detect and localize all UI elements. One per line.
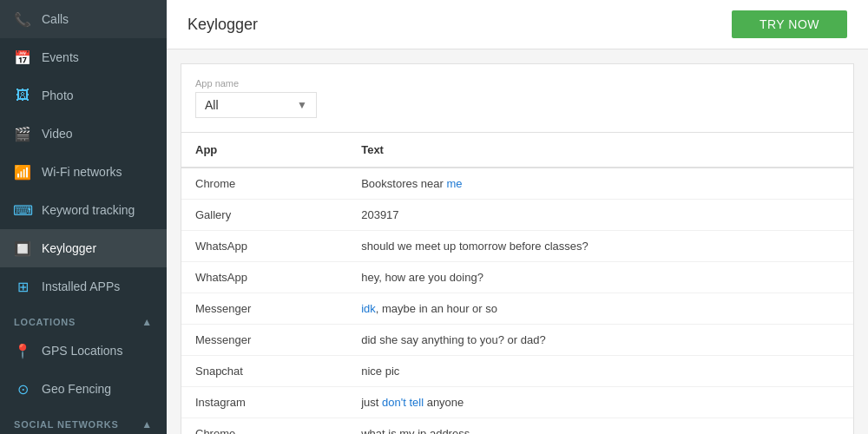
highlight-text: idk (361, 302, 376, 315)
sidebar-item-wifi[interactable]: 📶 Wi-Fi networks (0, 153, 167, 191)
keylogger-icon: 🔲 (14, 240, 31, 257)
section-header-social[interactable]: SOCIAL NETWORKS ▲ (0, 408, 167, 434)
sidebar-item-geo[interactable]: ⊙ Geo Fencing (0, 370, 167, 408)
table-row: Chromewhat is my ip address (181, 418, 853, 435)
sidebar-item-installed[interactable]: ⊞ Installed APPs (0, 267, 167, 306)
cell-app: Messenger (181, 293, 347, 325)
col-text: Text (347, 133, 853, 168)
cell-text: idk, maybe in an hour or so (347, 293, 853, 325)
photo-icon: 🖼 (14, 87, 31, 104)
section-label-social: SOCIAL NETWORKS (14, 419, 119, 430)
section-chevron-social: ▲ (141, 418, 153, 431)
video-icon: 🎬 (14, 125, 31, 142)
highlight-text: me (446, 177, 462, 190)
sidebar-label-gps: GPS Locations (42, 344, 122, 358)
sidebar-section-social: SOCIAL NETWORKS ▲ 💬 WhatsApp K KiK (0, 408, 167, 434)
cell-app: Messenger (181, 325, 347, 356)
table-row: WhatsAppshould we meet up tomorrow befor… (181, 231, 853, 262)
cell-text: should we meet up tomorrow before classe… (347, 231, 853, 262)
cell-app: WhatsApp (181, 262, 347, 293)
try-now-button[interactable]: TRY NOW (732, 10, 847, 38)
table-row: Messengeridk, maybe in an hour or so (181, 293, 853, 325)
cell-text: 203917 (347, 200, 853, 231)
header: Keylogger TRY NOW (167, 0, 868, 49)
sidebar-item-gps[interactable]: 📍 GPS Locations (0, 332, 167, 370)
cell-app: Chrome (181, 168, 347, 200)
col-app: App (181, 133, 347, 168)
sidebar-label-wifi: Wi-Fi networks (42, 165, 122, 179)
cell-text: did she say anything to you? or dad? (347, 325, 853, 356)
cell-text: what is my ip address (347, 418, 853, 435)
sidebar-label-keylogger: Keylogger (42, 241, 96, 255)
cell-app: Chrome (181, 418, 347, 435)
geo-icon: ⊙ (14, 380, 31, 398)
sidebar-item-video[interactable]: 🎬 Video (0, 115, 167, 153)
app-filter-select[interactable]: All Chrome Gallery WhatsApp Messenger Sn… (195, 92, 317, 118)
cell-app: Snapchat (181, 356, 347, 387)
cell-text: Bookstores near me (347, 168, 853, 200)
cell-text: hey, how are you doing? (347, 262, 853, 293)
installed-icon: ⊞ (14, 278, 31, 295)
filter-area: App name All Chrome Gallery WhatsApp Mes… (181, 63, 854, 132)
sidebar-item-calls[interactable]: 📞 Calls (0, 0, 167, 38)
filter-label: App name (195, 78, 839, 89)
sidebar-label-calls: Calls (42, 12, 69, 26)
sidebar-item-keyword[interactable]: ⌨ Keyword tracking (0, 191, 167, 229)
sidebar-item-keylogger[interactable]: 🔲 Keylogger (0, 229, 167, 267)
section-header-locations[interactable]: LOCATIONS ▲ (0, 306, 167, 332)
sidebar-label-events: Events (42, 50, 79, 64)
table-row: Instagramjust don't tell anyone (181, 387, 853, 418)
cell-app: Gallery (181, 200, 347, 231)
sidebar-item-events[interactable]: 📅 Events (0, 38, 167, 76)
page-title: Keylogger (187, 16, 258, 34)
content-area: App name All Chrome Gallery WhatsApp Mes… (167, 49, 868, 434)
app-name-select[interactable]: All Chrome Gallery WhatsApp Messenger Sn… (205, 98, 297, 112)
keyword-icon: ⌨ (14, 201, 31, 219)
sidebar: 📞 Calls 📅 Events 🖼 Photo 🎬 Video 📶 Wi-Fi… (0, 0, 167, 434)
sidebar-label-video: Video (42, 127, 73, 141)
sidebar-label-photo: Photo (42, 89, 74, 102)
table-row: ChromeBookstores near me (181, 168, 853, 200)
highlight-text: don't tell (382, 396, 424, 409)
table-row: Messengerdid she say anything to you? or… (181, 325, 853, 356)
table-row: Snapchatnice pic (181, 356, 853, 387)
sidebar-item-photo[interactable]: 🖼 Photo (0, 76, 167, 115)
cell-text: just don't tell anyone (347, 387, 853, 418)
sidebar-label-installed: Installed APPs (42, 279, 120, 293)
keylogger-table: App Text ChromeBookstores near meGallery… (181, 132, 854, 434)
table-row: WhatsApphey, how are you doing? (181, 262, 853, 293)
calls-icon: 📞 (14, 10, 31, 28)
cell-text: nice pic (347, 356, 853, 387)
table-row: Gallery203917 (181, 200, 853, 231)
section-chevron-locations: ▲ (141, 316, 153, 328)
main-content: Keylogger TRY NOW App name All Chrome Ga… (167, 0, 868, 434)
sidebar-section-locations: LOCATIONS ▲ 📍 GPS Locations ⊙ Geo Fencin… (0, 306, 167, 408)
cell-app: WhatsApp (181, 231, 347, 262)
events-icon: 📅 (14, 49, 31, 66)
sidebar-label-keyword: Keyword tracking (42, 203, 135, 217)
wifi-icon: 📶 (14, 163, 31, 181)
select-arrow-icon: ▼ (297, 99, 307, 111)
section-label-locations: LOCATIONS (14, 317, 76, 327)
cell-app: Instagram (181, 387, 347, 418)
gps-icon: 📍 (14, 342, 31, 359)
sidebar-label-geo: Geo Fencing (42, 382, 111, 396)
table-header: App Text (181, 133, 853, 168)
